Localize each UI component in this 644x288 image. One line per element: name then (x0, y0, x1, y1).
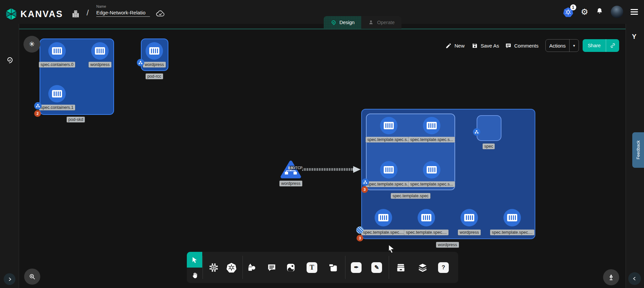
expand-left-panel-button[interactable] (4, 273, 15, 285)
import-drawer-icon[interactable] (396, 263, 406, 273)
node-template-container-2[interactable] (423, 117, 440, 134)
actions-caret[interactable]: ▾ (569, 40, 579, 52)
node-spec-containers-0[interactable] (48, 42, 66, 60)
comments-button[interactable]: Comments (505, 39, 539, 52)
text-tool-icon[interactable]: T (307, 262, 317, 273)
count-badge: 3 (357, 235, 363, 241)
component-chip-icon[interactable] (209, 263, 219, 273)
collapse-right-panel-button[interactable] (628, 272, 641, 285)
container-icon (378, 214, 388, 221)
floppy-save-icon (472, 43, 478, 49)
node-label: spec.template.spec.s... (409, 182, 455, 187)
help-icon[interactable]: ? (438, 262, 449, 273)
node-label-spec: spec (483, 144, 495, 149)
node-wordpress-rcc[interactable] (146, 42, 163, 60)
node-label: spec.template.spec.... (490, 230, 534, 235)
node-spec[interactable] (477, 115, 501, 141)
design-spiral-icon (330, 19, 336, 25)
container-icon (427, 166, 437, 173)
magnifier-plus-icon (29, 273, 36, 280)
pencil-icon (445, 43, 452, 49)
notifications-bell-icon[interactable] (596, 7, 603, 17)
container-icon (421, 214, 431, 221)
relationship-badge-icon (137, 59, 144, 66)
validator-y-icon[interactable]: Y (632, 33, 636, 41)
shapes-icon[interactable] (247, 263, 257, 273)
snap-to-grid-button[interactable]: ✳ (23, 36, 40, 53)
chevron-left-icon (632, 276, 637, 281)
toolbar-divider (389, 256, 389, 279)
node-label: spec.template.spec.... (361, 230, 406, 235)
design-name-input[interactable] (96, 8, 150, 17)
settings-gear-icon[interactable]: ⚙ (581, 8, 588, 16)
feedback-tab[interactable]: Feedback (632, 132, 644, 168)
save-as-button-label: Save As (481, 43, 499, 49)
drawing-pen-button[interactable] (603, 269, 619, 285)
note-tool-icon[interactable] (328, 263, 338, 273)
pen-tool-icon[interactable]: ✒ (351, 262, 362, 273)
tab-operate[interactable]: Operate (361, 16, 401, 29)
organization-icon[interactable] (71, 9, 80, 20)
new-button[interactable]: New (445, 39, 465, 52)
node-deploy-container-1[interactable] (375, 209, 392, 226)
left-rail (0, 24, 19, 288)
node-label: spec.template.spec.s... (366, 137, 412, 143)
share-button-label: Share (583, 43, 606, 48)
pan-tool-button[interactable] (187, 268, 202, 283)
group-label-spec-template-spec: spec.template.spec (391, 193, 430, 199)
layers-icon[interactable] (418, 263, 428, 273)
container-icon (384, 166, 394, 173)
count-badge: 2 (34, 110, 41, 117)
actions-dropdown-button[interactable]: Actions ▾ (545, 39, 579, 52)
tab-design-label: Design (339, 20, 355, 25)
relationship-badge-icon (34, 102, 42, 110)
group-label-pod-rcc: pod-rcc (146, 74, 163, 79)
freehand-tool-icon[interactable]: ✎ (371, 262, 382, 273)
zoom-search-button[interactable] (24, 269, 40, 285)
select-tool-button[interactable] (187, 252, 202, 268)
save-as-button[interactable]: Save As (472, 39, 499, 52)
operate-person-icon (368, 19, 374, 25)
kubernetes-context-icon[interactable]: 1 (563, 7, 574, 17)
node-deploy-container-2[interactable] (418, 209, 435, 226)
comment-tool-icon[interactable] (267, 263, 276, 272)
group-label-wordpress: wordpress (436, 242, 459, 248)
image-tool-icon[interactable] (286, 263, 296, 273)
app-header: KANVAS / Name (0, 0, 644, 24)
cursor-arrow-icon (191, 257, 198, 263)
node-wordpress-1[interactable] (91, 42, 109, 60)
feedback-label: Feedback (636, 140, 641, 159)
name-field-label: Name (96, 4, 150, 8)
edge-arrowhead (353, 166, 361, 173)
node-label: spec.template.spec.... (404, 230, 448, 235)
node-template-container-3[interactable] (380, 161, 397, 178)
logo-text: KANVAS (20, 9, 63, 19)
share-button[interactable]: Share (583, 39, 619, 52)
container-icon (52, 47, 62, 55)
kanvas-app: KANVAS / Name (0, 0, 644, 288)
node-template-container-4[interactable] (423, 161, 440, 178)
group-spec-template-spec[interactable] (366, 114, 455, 190)
comments-button-label: Comments (514, 43, 539, 49)
copy-link-button[interactable] (606, 39, 619, 52)
container-icon (464, 214, 474, 221)
node-spec-containers-1[interactable] (48, 85, 66, 102)
node-label: spec.containers.0 (39, 62, 75, 68)
tab-design[interactable]: Design (324, 16, 361, 29)
kanvas-hexagon-icon (5, 7, 17, 21)
mode-tabs: Design Operate (324, 16, 401, 29)
group-label-pod-skd: pod-skd (67, 117, 85, 123)
hamburger-menu-icon[interactable] (631, 9, 638, 15)
node-label: wordpress (458, 230, 481, 235)
chevron-right-icon (7, 277, 12, 282)
history-spiral-icon[interactable] (6, 56, 14, 65)
annotation-badge-icon (356, 226, 364, 234)
relationship-badge-icon (362, 178, 369, 186)
node-deploy-wordpress[interactable] (461, 209, 478, 226)
node-template-container-1[interactable] (380, 117, 397, 134)
edge-service-to-deployment[interactable] (300, 165, 363, 174)
kubernetes-icon[interactable] (226, 262, 237, 273)
node-deploy-container-3[interactable] (503, 209, 521, 226)
user-avatar[interactable] (611, 6, 623, 18)
container-icon (95, 47, 105, 55)
